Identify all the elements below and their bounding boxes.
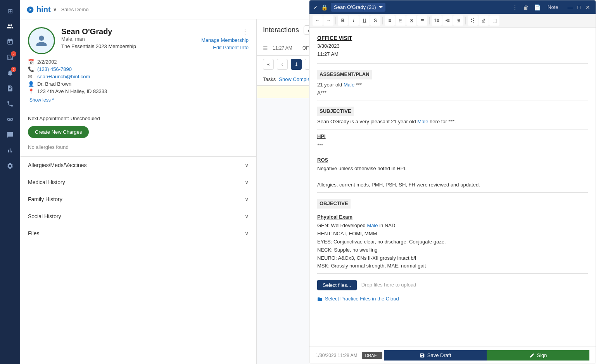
- accordion-allergies-chevron: ∨: [245, 162, 249, 168]
- file-upload-area: Select files... Drop files here to uploa…: [317, 277, 588, 293]
- sidebar-icon-grid[interactable]: ⊞: [3, 4, 17, 18]
- highlight-male-3: Male: [367, 223, 378, 228]
- link-btn[interactable]: ⛓: [468, 19, 478, 26]
- chart-badge: 2: [11, 51, 16, 57]
- accordion-files-chevron: ∨: [245, 230, 249, 236]
- note-divider-4: [317, 153, 588, 153]
- email-item: ✉ sean+launch@hint.com: [28, 74, 249, 79]
- note-visit-title: OFFICE VISIT: [317, 34, 588, 42]
- patient-section: Next Appointment: Unscheduled Create New…: [20, 116, 256, 150]
- accordion-medical[interactable]: Medical History ∨: [20, 174, 256, 191]
- manage-membership-btn[interactable]: Manage Membership: [201, 37, 249, 43]
- sidebar-icon-bell[interactable]: 3: [3, 66, 17, 80]
- note-divider-1: [317, 63, 588, 64]
- note-divider-5: [317, 192, 588, 193]
- toolbar-sep-2: [382, 19, 383, 24]
- sidebar-icon-link[interactable]: [3, 112, 17, 126]
- edit-patient-btn[interactable]: Edit Patient Info: [213, 45, 249, 50]
- first-page-btn[interactable]: «: [263, 59, 274, 70]
- next-appt-label: Next Appointment:: [28, 116, 69, 121]
- avatar: [28, 27, 55, 54]
- physical-exam-heading: Physical Exam: [317, 213, 588, 221]
- align-center-btn[interactable]: ⊟: [396, 19, 406, 26]
- select-files-btn[interactable]: Select files...: [317, 280, 357, 290]
- practice-files-label: Select Practice Files in the Cloud: [325, 295, 399, 303]
- strikethrough-btn[interactable]: S: [370, 19, 380, 26]
- accordion-files[interactable]: Files ∨: [20, 225, 256, 242]
- accordion-family-chevron: ∨: [245, 196, 249, 202]
- unordered-list-btn[interactable]: •≡: [442, 19, 453, 26]
- align-justify-btn[interactable]: ≣: [417, 19, 427, 26]
- more-options-btn[interactable]: ⋮: [242, 27, 249, 36]
- accordion-allergies[interactable]: Allergies/Meds/Vaccines ∨: [20, 157, 256, 174]
- note-footer: 1/30/2023 11:28 AM DRAFT Save Draft Sign: [309, 347, 596, 364]
- create-charges-btn[interactable]: Create New Charges: [28, 126, 89, 138]
- interaction-time: 11:27 AM: [273, 45, 298, 51]
- align-left-btn[interactable]: ≡: [385, 19, 395, 26]
- bold-btn[interactable]: B: [338, 19, 348, 26]
- toolbar-sep-1: [335, 19, 336, 24]
- hpi-body: ***: [317, 141, 588, 150]
- highlight-male-2: Male: [417, 119, 428, 124]
- page-1-btn[interactable]: 1: [291, 59, 302, 70]
- highlight-male-1: Male: [344, 82, 354, 88]
- patient-email[interactable]: sean+launch@hint.com: [37, 74, 90, 79]
- patient-panel: Sean O'Grady Male, man The Essentials 20…: [20, 19, 257, 364]
- env-label: Sales Demo: [61, 7, 89, 12]
- assessment-body: 21 year old Male *** A***: [317, 81, 588, 97]
- select-practice-files-btn[interactable]: Select Practice Files in the Cloud: [317, 293, 588, 305]
- phone-icon: 📞: [28, 66, 34, 72]
- table-btn[interactable]: ⊞: [453, 19, 463, 26]
- accordion-family[interactable]: Family History ∨: [20, 191, 256, 208]
- sidebar-icon-doc[interactable]: [3, 81, 17, 95]
- interactions-title: Interactions: [263, 26, 299, 34]
- patient-phone[interactable]: (123) 456-7890: [37, 66, 72, 72]
- main-area: hint ∨ Sales Demo ⌘ K Help Dr. Brad Brow…: [20, 0, 596, 364]
- sidebar-icon-phone[interactable]: [3, 97, 17, 111]
- accordion-allergies-title: Allergies/Meds/Vaccines: [28, 162, 86, 168]
- address-item: 📍 123 4th Ave N Hailey, ID 83333: [28, 88, 249, 94]
- sidebar-icon-message[interactable]: [3, 128, 17, 142]
- sidebar-icon-calendar[interactable]: [3, 35, 17, 49]
- sidebar-icon-users[interactable]: [3, 19, 17, 33]
- provider-icon: 👤: [28, 81, 34, 87]
- accordion-family-title: Family History: [28, 196, 62, 202]
- assessment-heading: ASSESSMENT/PLAN: [317, 70, 372, 79]
- patient-dob: 2/2/2002: [37, 59, 57, 65]
- show-less-btn[interactable]: Show less ^: [29, 97, 249, 103]
- undo-btn[interactable]: ←: [313, 19, 323, 26]
- note-modal: ✓ 🔒 Sean O'Grady (21) ⋮ 🗑 📄 Note — □: [309, 19, 596, 364]
- ordered-list-btn[interactable]: 1≡: [432, 19, 442, 26]
- align-right-btn[interactable]: ⊠: [406, 19, 416, 26]
- sidebar-icon-settings[interactable]: [3, 159, 17, 173]
- provider-item: 👤 Dr. Brad Brown: [28, 81, 249, 87]
- save-draft-btn[interactable]: Save Draft: [384, 350, 487, 361]
- sign-btn[interactable]: Sign: [487, 350, 589, 361]
- subjective-heading: SUBJECTIVE: [317, 107, 354, 116]
- brand-logo: hint ∨: [26, 5, 57, 14]
- print-btn[interactable]: 🖨: [479, 19, 489, 26]
- dob-item: 📅 2/2/2002: [28, 59, 249, 65]
- redo-btn[interactable]: →: [323, 19, 333, 26]
- bell-badge: 3: [11, 67, 16, 72]
- prev-page-btn[interactable]: ‹: [277, 59, 288, 70]
- sidebar-icon-chart[interactable]: 2: [3, 50, 17, 64]
- sidebar: ⊞ 2 3: [0, 0, 20, 364]
- brand-name: hint: [36, 5, 51, 14]
- ros-body: Negative unless otherwise noted in HPI. …: [317, 165, 588, 189]
- ros-heading: ROS: [317, 156, 588, 164]
- accordion: Allergies/Meds/Vaccines ∨ Medical Histor…: [20, 156, 256, 242]
- note-content: OFFICE VISIT 3/30/2023 11:27 AM ASSESSME…: [309, 28, 596, 347]
- note-time: 11:27 AM: [317, 50, 588, 59]
- sidebar-icon-analytics[interactable]: [3, 143, 17, 157]
- toolbar-sep-4: [465, 19, 466, 24]
- underline-btn[interactable]: U: [359, 19, 370, 26]
- subjective-body: Sean O'Grady is a very pleasant 21 year …: [317, 118, 588, 126]
- content-wrapper: Sean O'Grady Male, man The Essentials 20…: [20, 19, 596, 364]
- toolbar-sep-3: [429, 19, 430, 24]
- accordion-social[interactable]: Social History ∨: [20, 208, 256, 225]
- expand-btn[interactable]: ⬚: [489, 19, 499, 26]
- draft-badge: DRAFT: [362, 352, 382, 359]
- italic-btn[interactable]: I: [349, 19, 359, 26]
- calendar-icon: 📅: [28, 59, 34, 65]
